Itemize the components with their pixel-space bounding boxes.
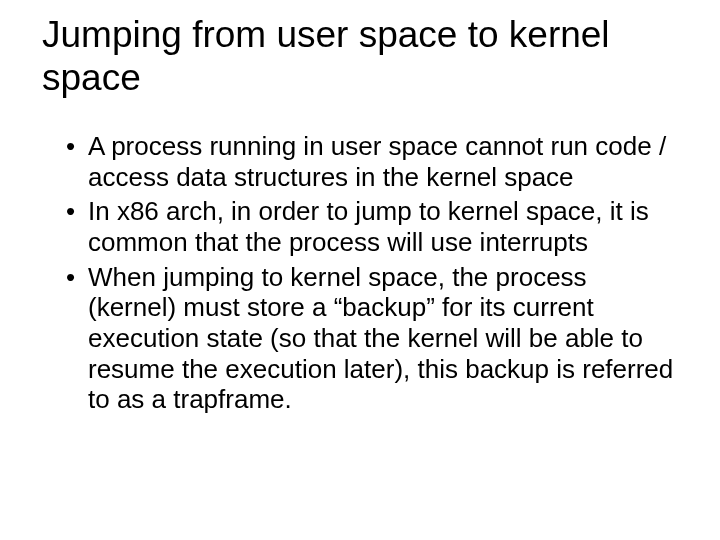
list-item: When jumping to kernel space, the proces… [66,262,678,415]
slide-title: Jumping from user space to kernel space [42,14,678,99]
list-item: A process running in user space cannot r… [66,131,678,192]
list-item: In x86 arch, in order to jump to kernel … [66,196,678,257]
bullet-list: A process running in user space cannot r… [42,131,678,415]
slide: Jumping from user space to kernel space … [0,0,720,540]
